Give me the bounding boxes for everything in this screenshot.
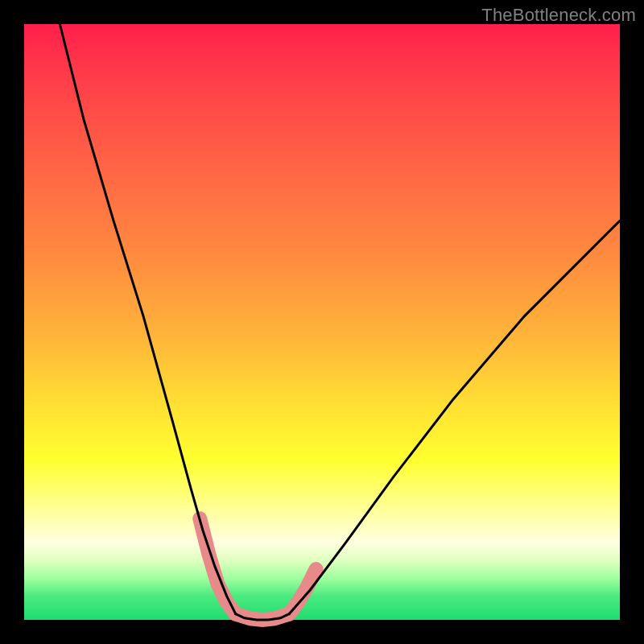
curve-left-branch (60, 24, 235, 614)
highlight-left (200, 518, 235, 613)
chart-svg (24, 24, 620, 620)
curve-layer (60, 24, 620, 620)
highlight-right (289, 569, 316, 614)
chart-frame: TheBottleneck.com (0, 0, 644, 644)
curve-right-branch (289, 221, 620, 613)
watermark-text: TheBottleneck.com (481, 5, 636, 26)
